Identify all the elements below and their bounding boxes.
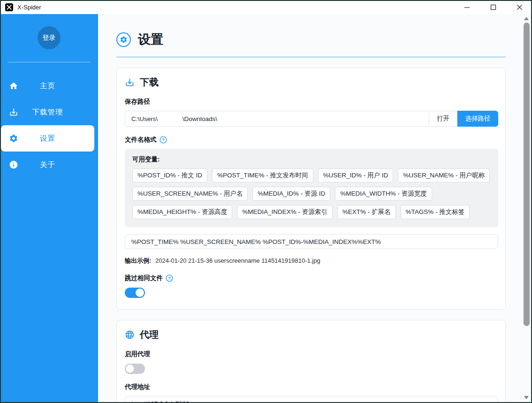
variable-chip[interactable]: %POST_ID% - 推文 ID xyxy=(132,168,207,182)
svg-text:?: ? xyxy=(168,275,171,281)
globe-icon xyxy=(125,330,135,340)
login-avatar-button[interactable]: 登录 xyxy=(38,26,61,49)
window-controls xyxy=(462,2,524,12)
toggle-knob xyxy=(126,365,134,373)
proxy-section-title: 代理 xyxy=(140,328,159,341)
page-title: 设置 xyxy=(138,31,163,48)
login-label: 登录 xyxy=(43,34,56,42)
window-title: X-Spider xyxy=(17,4,41,11)
sidebar-item-download-manager[interactable]: 下载管理 xyxy=(1,99,94,125)
settings-circle-gear-icon xyxy=(116,32,131,47)
variable-chip[interactable]: %MEDIA_ID% - 资源 ID xyxy=(252,187,330,201)
svg-text:?: ? xyxy=(162,137,165,142)
header-divider xyxy=(116,57,506,57)
scrollbar-down-arrow-icon[interactable] xyxy=(524,396,529,399)
variable-chip[interactable]: %MEDIA_WIDTH% - 资源宽度 xyxy=(335,187,432,201)
proxy-settings-card: 代理 启用代理 代理地址 xyxy=(116,320,506,403)
proxy-address-label: 代理地址 xyxy=(125,383,497,391)
enable-proxy-label: 启用代理 xyxy=(125,350,497,358)
choose-path-button[interactable]: 选择路径 xyxy=(457,111,498,127)
download-icon xyxy=(125,77,135,87)
scrollbar-thumb[interactable] xyxy=(524,23,530,326)
variable-chip[interactable]: %USER_NAME% - 用户昵称 xyxy=(398,168,490,182)
enable-proxy-toggle[interactable] xyxy=(125,364,145,374)
output-example-value: 2024-01-20 21-15-36 userscreenname 11451… xyxy=(155,257,320,264)
save-path-input[interactable] xyxy=(125,111,429,127)
download-section-header: 下载 xyxy=(125,76,497,89)
variable-chip[interactable]: %EXT% - 扩展名 xyxy=(337,205,396,219)
variable-chip[interactable]: %USER_ID% - 用户 ID xyxy=(318,168,394,182)
open-path-button[interactable]: 打开 xyxy=(429,111,457,127)
page-header: 设置 xyxy=(116,31,506,48)
variable-chip[interactable]: %MEDIA_HEIGHT% - 资源高度 xyxy=(132,205,232,219)
proxy-section-header: 代理 xyxy=(125,328,497,341)
sidebar-divider xyxy=(8,62,91,62)
proxy-address-input[interactable] xyxy=(125,396,498,403)
app-logo-x-icon xyxy=(5,3,13,11)
variable-chip[interactable]: %MEDIA_INDEX% - 资源索引 xyxy=(237,205,333,219)
available-variables-panel: 可用变量: %POST_ID% - 推文 ID %POST_TIME% - 推文… xyxy=(125,149,498,227)
filename-format-label: 文件名格式 ? xyxy=(125,136,497,144)
variable-chip[interactable]: %POST_TIME% - 推文发布时间 xyxy=(212,168,313,182)
download-icon xyxy=(8,107,19,117)
download-settings-card: 下载 保存路径 打开 选择路径 文件名格式 ? 可用变量: %POST_ID% … xyxy=(116,68,506,310)
skip-same-file-toggle[interactable] xyxy=(125,288,145,298)
titlebar: X-Spider xyxy=(0,0,532,14)
scrollbar-up-arrow-icon[interactable] xyxy=(524,17,529,20)
output-example-label: 输出示例: xyxy=(125,257,151,264)
sidebar-menu: 主页 下载管理 设置 关于 xyxy=(0,73,98,178)
sidebar-item-settings[interactable]: 设置 xyxy=(1,125,94,152)
help-icon[interactable]: ? xyxy=(160,136,167,144)
save-path-label: 保存路径 xyxy=(125,98,497,106)
variable-chips: %POST_ID% - 推文 ID %POST_TIME% - 推文发布时间 %… xyxy=(132,168,491,219)
maximize-button[interactable] xyxy=(488,2,498,12)
home-icon xyxy=(8,81,19,91)
help-icon[interactable]: ? xyxy=(166,274,173,282)
sidebar-item-about[interactable]: 关于 xyxy=(1,152,94,178)
sidebar: 登录 主页 下载管理 设置 关于 xyxy=(0,14,98,403)
toggle-knob xyxy=(136,289,144,297)
variable-chip[interactable]: %USER_SCREEN_NAME% - 用户名 xyxy=(132,187,248,201)
minimize-button[interactable] xyxy=(462,2,472,12)
gear-icon xyxy=(8,133,19,144)
main-content: 设置 下载 保存路径 打开 选择路径 文件名格式 ? xyxy=(98,14,532,403)
close-button[interactable] xyxy=(514,2,524,12)
variable-chip[interactable]: %TAGS% - 推文标签 xyxy=(401,205,470,219)
skip-same-file-label: 跳过相同文件 ? xyxy=(125,274,497,282)
download-section-title: 下载 xyxy=(140,76,159,89)
filename-format-input[interactable] xyxy=(125,234,498,249)
sidebar-item-home[interactable]: 主页 xyxy=(1,73,94,99)
available-variables-label: 可用变量: xyxy=(132,155,491,164)
info-icon xyxy=(8,160,19,170)
scrollbar[interactable] xyxy=(522,14,531,402)
save-path-group: 打开 选择路径 xyxy=(125,111,498,127)
output-example: 输出示例: 2024-01-20 21-15-36 userscreenname… xyxy=(125,257,497,265)
